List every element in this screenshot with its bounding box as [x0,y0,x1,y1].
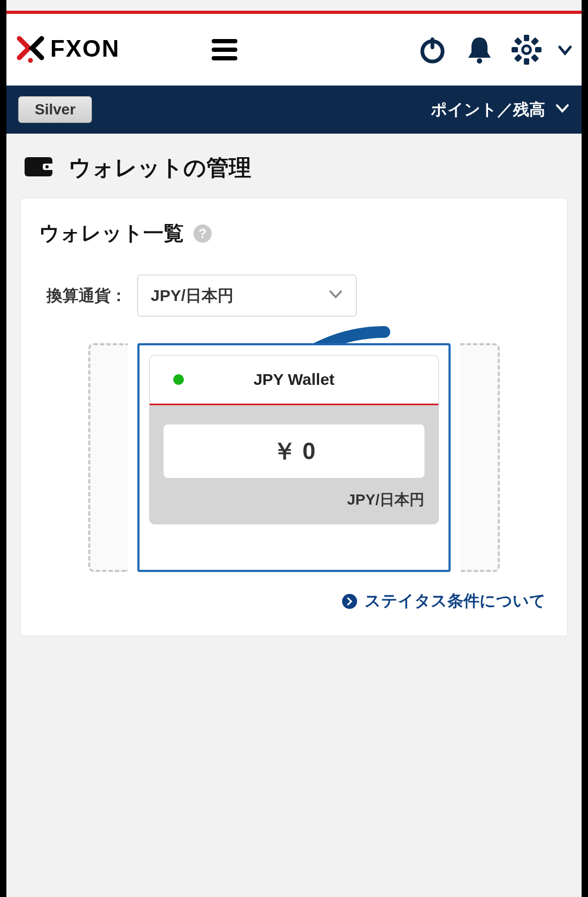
balance-label: ポイント／残高 [431,99,545,121]
svg-rect-6 [431,37,435,49]
svg-point-17 [524,47,529,52]
wallet-list-card: ウォレット一覧 ? 換算通貨： JPY/日本円 [20,198,568,636]
help-icon[interactable]: ? [194,225,212,243]
brand-wordmark-icon: FXON [50,35,189,64]
svg-point-7 [477,58,482,64]
wallet-amount: ￥ 0 [164,424,424,478]
app-header: FXON [6,14,582,86]
currency-select-value: JPY/日本円 [151,285,234,307]
status-conditions-label: ステイタス条件について [365,590,546,612]
wallet-icon [24,155,53,181]
bell-icon[interactable] [464,34,495,65]
status-dot-icon [173,374,184,385]
chevron-down-icon [555,100,570,119]
wallet-name: JPY Wallet [253,370,335,389]
svg-point-20 [45,165,49,168]
svg-rect-2 [212,39,237,43]
menu-button[interactable] [210,37,239,63]
wallet-highlight-frame: JPY Wallet ￥ 0 JPY/日本円 [137,343,451,572]
status-conditions-link[interactable]: ステイタス条件について [39,590,549,612]
wallet-placeholder-prev[interactable] [88,343,128,572]
svg-point-0 [28,58,33,63]
section-title: ウォレット一覧 [39,220,184,247]
tier-badge: Silver [18,96,92,123]
svg-rect-14 [514,54,523,63]
wallet-card-header: JPY Wallet [150,355,438,405]
gear-icon[interactable] [511,34,542,65]
wallet-currency-label: JPY/日本円 [164,490,424,510]
currency-select[interactable]: JPY/日本円 [137,275,357,316]
power-icon[interactable] [417,34,448,65]
svg-rect-12 [535,47,541,52]
svg-text:FXON: FXON [50,35,120,61]
svg-rect-13 [531,37,539,46]
svg-rect-15 [514,37,523,46]
currency-select-label: 換算通貨： [47,285,127,307]
svg-rect-4 [212,56,237,60]
brand-logo[interactable]: FXON [16,35,189,64]
svg-rect-11 [512,47,518,52]
chevron-down-icon [328,287,343,305]
wallet-carousel[interactable]: JPY Wallet ￥ 0 JPY/日本円 [39,343,549,572]
wallet-card[interactable]: JPY Wallet ￥ 0 JPY/日本円 [149,355,439,524]
balance-toggle[interactable]: ポイント／残高 [431,99,570,121]
wallet-placeholder-next[interactable] [460,343,500,572]
page-title: ウォレットの管理 [68,153,251,183]
phone-frame: FXON [0,0,588,897]
svg-rect-10 [524,58,529,65]
svg-rect-3 [212,48,237,52]
svg-rect-9 [524,35,529,41]
chevron-right-circle-icon [342,594,357,609]
header-chevron-down-icon[interactable] [558,34,572,65]
status-bar: Silver ポイント／残高 [6,86,582,134]
svg-rect-16 [531,54,539,63]
brand-mark-icon [16,35,45,64]
